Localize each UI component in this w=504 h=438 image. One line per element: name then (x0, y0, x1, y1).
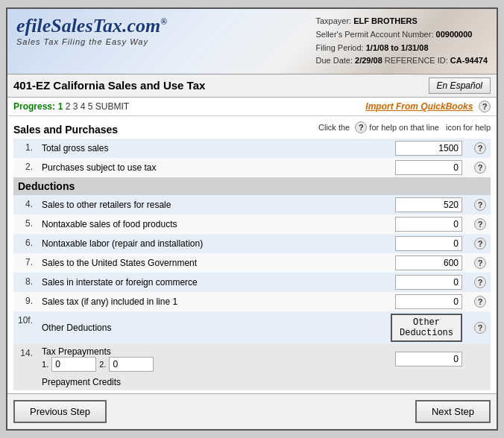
row8-num: 8. (13, 273, 37, 292)
row6-num: 6. (13, 234, 37, 253)
deductions-header-row: Deductions (13, 177, 491, 195)
row4-input[interactable] (395, 197, 462, 212)
row1-num: 1. (13, 139, 37, 158)
row8-label: Sales in interstate or foreign commerce (37, 273, 386, 292)
content-area: Sales and Purchases Click the ? for help… (7, 116, 497, 393)
row4-input-cell (386, 195, 467, 215)
row2-input[interactable] (395, 160, 462, 175)
table-row: 1. Total gross sales ? (13, 139, 491, 158)
row9-help-icon[interactable]: ? (474, 296, 486, 308)
table-row: 4. Sales to other retailers for resale ? (13, 195, 491, 215)
table-row: 9. Sales tax (if any) included in line 1… (13, 292, 491, 311)
table-row: 7. Sales to the United States Government… (13, 253, 491, 273)
row10f-label: Other Deductions (37, 311, 386, 344)
row1-input[interactable] (395, 141, 462, 156)
row2-input-cell (386, 158, 467, 177)
deductions-header: Deductions (13, 177, 491, 195)
form-table: 1. Total gross sales ? 2. Purchases subj… (13, 139, 491, 390)
row6-label: Nontaxable labor (repair and installatio… (37, 234, 386, 253)
next-step-button[interactable]: Next Step (415, 400, 491, 423)
prepay-sub1-input[interactable] (51, 357, 96, 372)
row7-input[interactable] (395, 256, 462, 270)
table-row: 14. Tax Prepayments 1. 2. (13, 344, 491, 374)
header: efileSalesTax.com® Sales Tax Filing the … (7, 9, 497, 74)
row6-help-icon[interactable]: ? (474, 238, 486, 250)
row14-label: Tax Prepayments 1. 2. (37, 344, 386, 374)
row2-label: Purchases subject to use tax (37, 158, 386, 177)
instructions-help-icon: ? (355, 121, 367, 133)
row4-help-icon[interactable]: ? (474, 199, 486, 211)
previous-step-button[interactable]: Previous Step (13, 400, 107, 423)
row7-label: Sales to the United States Government (37, 253, 386, 273)
prepay-sub2-label: 2. (99, 360, 106, 369)
instructions-text: Click the ? for help on that line icon f… (318, 121, 491, 133)
table-row: 8. Sales in interstate or foreign commer… (13, 273, 491, 292)
other-deductions-button[interactable]: Other Deductions (391, 314, 462, 342)
row10f-num: 10f. (13, 311, 37, 344)
row2-help-icon[interactable]: ? (474, 162, 486, 174)
row10f-button-cell: Other Deductions (386, 311, 467, 344)
row8-help-icon[interactable]: ? (474, 276, 486, 288)
progress-steps: 1 2 3 4 5 SUBMIT (58, 101, 129, 112)
row7-help-icon[interactable]: ? (474, 257, 486, 269)
prepayment-credits-label: Prepayment Credits (37, 374, 467, 390)
table-row: Prepayment Credits (13, 374, 491, 390)
row2-num: 2. (13, 158, 37, 177)
table-row: 2. Purchases subject to use tax ? (13, 158, 491, 177)
logo: efileSalesTax.com® (16, 15, 167, 37)
row4-label: Sales to other retailers for resale (37, 195, 386, 215)
row8-input-cell (386, 273, 467, 292)
import-quickbooks-link[interactable]: Import From QuickBooks (365, 101, 473, 112)
row7-input-cell (386, 253, 467, 273)
main-window: efileSalesTax.com® Sales Tax Filing the … (6, 7, 498, 430)
row9-input-cell (386, 292, 467, 311)
row14-num: 14. (13, 344, 37, 374)
table-row: 6. Nontaxable labor (repair and installa… (13, 234, 491, 253)
prepay-sub1-label: 1. (42, 360, 48, 369)
row5-input[interactable] (395, 217, 462, 232)
espanol-button[interactable]: En Español (429, 77, 491, 94)
row1-help-icon[interactable]: ? (474, 142, 486, 154)
row14-total-cell (386, 344, 467, 374)
row9-num: 9. (13, 292, 37, 311)
row5-num: 5. (13, 215, 37, 234)
global-help-icon[interactable]: ? (479, 101, 491, 112)
toolbar: 401-EZ California Sales and Use Tax En E… (7, 74, 497, 98)
row7-num: 7. (13, 253, 37, 273)
sales-purchases-header: Sales and Purchases (13, 124, 118, 136)
row10f-help-icon[interactable]: ? (474, 322, 486, 334)
row6-input-cell (386, 234, 467, 253)
progress-label: Progress: (13, 101, 55, 112)
row4-num: 4. (13, 195, 37, 215)
row1-label: Total gross sales (37, 139, 386, 158)
row6-input[interactable] (395, 236, 462, 251)
row8-input[interactable] (395, 275, 462, 290)
logo-area: efileSalesTax.com® Sales Tax Filing the … (16, 15, 167, 46)
row9-label: Sales tax (if any) included in line 1 (37, 292, 386, 311)
prepay-sub2-input[interactable] (109, 357, 154, 372)
row5-input-cell (386, 215, 467, 234)
page-title: 401-EZ California Sales and Use Tax (13, 79, 205, 92)
row14-total-input[interactable] (395, 352, 462, 366)
table-row: 5. Nontaxable sales of food products ? (13, 215, 491, 234)
taxpayer-info: Taxpayer: ELF BROTHERS Seller's Permit A… (315, 15, 488, 67)
logo-tagline: Sales Tax Filing the Easy Way (16, 37, 167, 46)
row5-label: Nontaxable sales of food products (37, 215, 386, 234)
table-row: 10f. Other Deductions Other Deductions ? (13, 311, 491, 344)
progress-bar: Progress: 1 2 3 4 5 SUBMIT Import From Q… (7, 98, 497, 116)
row1-input-cell (386, 139, 467, 158)
row9-input[interactable] (395, 294, 462, 309)
footer-buttons: Previous Step Next Step (7, 393, 497, 429)
row5-help-icon[interactable]: ? (474, 218, 486, 230)
